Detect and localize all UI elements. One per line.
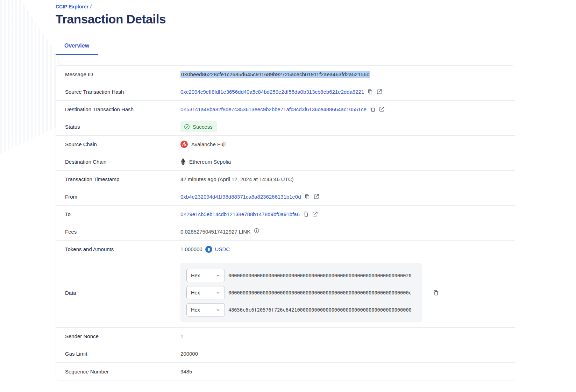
copy-icon[interactable] <box>303 211 309 217</box>
chevron-down-icon <box>216 308 220 312</box>
chevron-down-icon <box>216 291 220 295</box>
copy-icon[interactable] <box>304 194 310 200</box>
table-row-gas-limit: Gas Limit 200000 <box>56 345 515 363</box>
table-row-sequence-number: Sequence Number 9485 <box>56 363 515 380</box>
timestamp-value: 42 minutes ago (April 12, 2024 at 14:43:… <box>180 176 294 182</box>
fees-value: 0.028527504517412927 LINK <box>180 229 250 235</box>
table-row-tokens-and-amounts: Tokens and Amounts 1.000000 $ USDC <box>56 241 515 258</box>
external-link-icon[interactable] <box>376 89 382 95</box>
breadcrumb: CCIP Explorer/ <box>56 4 515 9</box>
hex-format-select-value: Hex <box>191 307 200 313</box>
copy-icon[interactable] <box>370 106 376 112</box>
row-label: To <box>65 211 180 217</box>
gas-limit-value: 200000 <box>180 351 198 357</box>
hex-format-select[interactable]: Hex <box>186 303 225 316</box>
check-circle-icon <box>184 124 190 130</box>
table-row-data: Data Hex 0000000000000000000000000000000… <box>56 258 515 328</box>
svg-text:$: $ <box>207 247 210 251</box>
row-label: Destination Chain <box>65 159 180 165</box>
external-link-icon[interactable] <box>379 106 385 112</box>
row-label: Sequence Number <box>65 369 180 375</box>
row-label: Fees <box>65 229 180 235</box>
row-label: Message ID <box>65 71 180 77</box>
table-row-fees: Fees 0.028527504517412927 LINK <box>56 223 515 241</box>
destination-tx-hash-link[interactable]: 0×531c1a48ba82f8de7c353613eec9b2bbe71afc… <box>180 106 367 112</box>
row-label: Sender Nonce <box>65 333 180 339</box>
message-id-value: 0×0beed86228cfe1c2685d645c911689b92725ac… <box>180 71 370 78</box>
row-label: Transaction Timestamp <box>65 176 180 182</box>
table-row-message-id: Message ID 0×0beed86228cfe1c2685d645c911… <box>56 66 515 83</box>
breadcrumb-separator: / <box>90 4 92 9</box>
external-link-icon[interactable] <box>313 194 319 200</box>
tab-overview[interactable]: Overview <box>56 43 98 55</box>
page-container: CCIP Explorer/ Transaction Details Overv… <box>56 0 515 380</box>
copy-icon[interactable] <box>367 89 373 95</box>
table-row-to: To 0×29e1cb5eb14cdb12138e788b1478d9bf0a9… <box>56 206 515 223</box>
row-label: Status <box>65 124 180 130</box>
usdc-token-link[interactable]: USDC <box>215 246 230 252</box>
row-label: Tokens and Amounts <box>65 246 180 252</box>
data-line: Hex 48656c6c6f20576f726c6421000000000000… <box>186 303 416 316</box>
status-text: Success <box>193 124 213 130</box>
to-address-link[interactable]: 0×29e1cb5eb14cdb12138e788b1478d9bf0a91bf… <box>180 211 300 217</box>
table-row-destination-chain: Destination Chain Ethereum Sepolia <box>56 153 515 171</box>
source-tx-hash-link[interactable]: 0xc2094c9eff8fdf1e3656dd40a5c84bd259e2df… <box>180 89 364 95</box>
sender-nonce-value: 1 <box>180 333 183 339</box>
page-title: Transaction Details <box>56 12 515 26</box>
source-chain-name: Avalanche Fuji <box>191 141 226 147</box>
hex-format-select-value: Hex <box>191 290 200 295</box>
destination-chain-name: Ethereum Sepolia <box>189 159 231 165</box>
transaction-details-table: Message ID 0×0beed86228cfe1c2685d645c911… <box>56 65 515 380</box>
data-hex-panel: Hex 000000000000000000000000000000000000… <box>180 263 422 322</box>
table-row-source-chain: Source Chain Avalanche Fuji <box>56 136 515 153</box>
external-link-icon[interactable] <box>312 211 318 217</box>
data-line: Hex 000000000000000000000000000000000000… <box>186 269 416 282</box>
data-hex-value: 0000000000000000000000000000000000000000… <box>228 273 412 278</box>
row-label: Gas Limit <box>65 351 180 357</box>
hex-format-select[interactable]: Hex <box>186 286 225 299</box>
info-icon[interactable] <box>254 228 259 233</box>
usdc-logo-icon: $ <box>205 246 212 253</box>
avalanche-logo-icon <box>180 141 188 148</box>
chevron-down-icon <box>216 273 220 278</box>
data-line: Hex 000000000000000000000000000000000000… <box>186 286 416 299</box>
breadcrumb-ccip-explorer-link[interactable]: CCIP Explorer <box>56 4 88 9</box>
hex-format-select[interactable]: Hex <box>186 269 225 282</box>
hex-format-select-value: Hex <box>191 273 200 278</box>
data-hex-value: 0000000000000000000000000000000000000000… <box>228 290 412 295</box>
table-row-destination-tx-hash: Destination Transaction Hash 0×531c1a48b… <box>56 101 515 118</box>
from-address-link[interactable]: 0xb4e232094d41f98d88371ca8a8236266131b1e… <box>180 194 301 200</box>
table-row-status: Status Success <box>56 118 515 136</box>
sequence-number-value: 9485 <box>180 369 192 375</box>
ethereum-logo-icon <box>180 158 186 165</box>
token-amount: 1.000000 <box>180 246 202 252</box>
data-hex-value: 48656c6c6f20576f726c64210000000000000000… <box>228 307 412 313</box>
row-label: Data <box>65 290 180 296</box>
table-row-from: From 0xb4e232094d41f98d88371ca8a82362661… <box>56 188 515 206</box>
row-label: Destination Transaction Hash <box>65 106 180 112</box>
row-label: From <box>65 194 180 200</box>
row-label: Source Transaction Hash <box>65 89 180 95</box>
table-row-timestamp: Transaction Timestamp 42 minutes ago (Ap… <box>56 171 515 188</box>
status-badge: Success <box>180 121 217 132</box>
tab-bar: Overview <box>56 43 515 55</box>
row-label: Source Chain <box>65 141 180 147</box>
table-row-source-tx-hash: Source Transaction Hash 0xc2094c9eff8fdf… <box>56 83 515 101</box>
copy-icon[interactable] <box>433 290 439 296</box>
table-row-sender-nonce: Sender Nonce 1 <box>56 328 515 345</box>
